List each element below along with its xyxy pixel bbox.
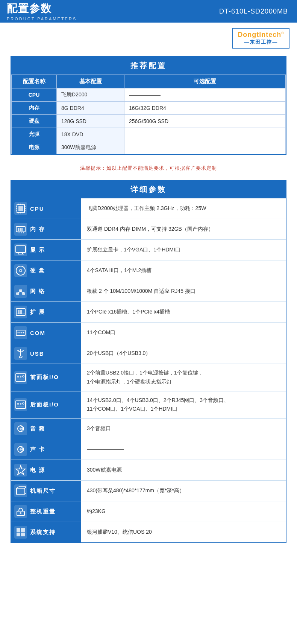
detail-label-text: 前面板I/O	[30, 374, 59, 381]
svg-line-33	[21, 292, 24, 292]
config-optional: ——————	[124, 128, 286, 141]
detail-icon	[14, 326, 27, 339]
detail-table: CPU 飞腾D2000处理器，工作主频 2.3GHz，功耗：25W 内 存 双通…	[11, 198, 286, 542]
detail-table-row: COM 11个COM口	[11, 323, 286, 343]
detail-label: 声 卡	[11, 439, 81, 460]
recommended-section-title: 推荐配置	[11, 57, 286, 75]
svg-rect-16	[20, 228, 21, 231]
svg-rect-31	[22, 292, 25, 295]
detail-label-text: 整机重量	[30, 508, 56, 515]
svg-point-40	[20, 332, 21, 333]
config-optional: ——————	[124, 88, 286, 102]
header-model: DT-610L-SD2000MB	[90, 0, 297, 23]
svg-rect-75	[21, 528, 25, 532]
config-basic: 300W航嘉电源	[57, 141, 124, 154]
detail-table-row: 电 源 300W航嘉电源	[11, 460, 286, 481]
detail-table-row: 音 频 3个音频口	[11, 419, 286, 439]
col-basic: 基本配置	[57, 75, 124, 88]
detail-icon	[14, 422, 27, 435]
detail-icon	[14, 223, 27, 236]
detail-label: 内 存	[11, 219, 81, 240]
page-header: 配置参数 PRODUCT PARAMETERS DT-610L-SD2000MB	[0, 0, 297, 23]
svg-marker-63	[16, 466, 25, 475]
detail-label-text: 音 频	[30, 425, 45, 432]
detail-label-text: USB	[30, 350, 44, 357]
config-name: 内存	[12, 102, 57, 115]
config-basic: 8G DDR4	[57, 102, 124, 115]
detail-value: 约23KG	[81, 501, 286, 522]
detail-label: 硬 盘	[11, 260, 81, 281]
detail-table-row: 前面板I/O 2个前置USB2.0接口，1个电源按键，1个复位键，1个电源指示灯…	[11, 364, 286, 391]
col-name: 配置名称	[12, 75, 57, 88]
svg-point-47	[17, 350, 19, 352]
detail-value: 20个USB口（4个USB3.0）	[81, 343, 286, 364]
detail-icon	[14, 443, 27, 456]
detail-table-row: 内 存 双通道 DDR4 内存 DIMM，可支持 32GB（国产内存）	[11, 219, 286, 240]
detail-value: 11个COM口	[81, 323, 286, 343]
detail-value: 2个前置USB2.0接口，1个电源按键，1个复位键，1个电源指示灯，1个硬盘状态…	[81, 364, 286, 391]
detail-table-row: 机箱尺寸 430(带耳朵480)*480*177mm（宽*深*高）	[11, 481, 286, 501]
detail-label: 后面板I/O	[11, 391, 81, 419]
detail-label: 显 示	[11, 240, 81, 260]
detail-icon	[14, 306, 27, 318]
svg-rect-17	[21, 228, 23, 231]
detail-label: 机箱尺寸	[11, 481, 81, 501]
config-basic: 飞腾D2000	[57, 88, 124, 102]
detail-label-text: 硬 盘	[30, 267, 45, 274]
detail-icon	[14, 484, 27, 497]
config-table: 配置名称 基本配置 可选配置 CPU 飞腾D2000 —————— 内存 8G …	[11, 75, 286, 154]
detail-label-text: 内 存	[30, 226, 45, 233]
detail-label: 音 频	[11, 419, 81, 439]
svg-point-41	[21, 332, 23, 333]
svg-rect-74	[17, 528, 20, 532]
svg-rect-36	[20, 310, 22, 314]
detail-value: 扩展独立显卡，1个VGA口、1个HDMI口	[81, 240, 286, 260]
svg-rect-76	[17, 533, 20, 536]
detail-label: 系统支持	[11, 522, 81, 543]
svg-rect-64	[17, 488, 25, 494]
svg-rect-1	[18, 206, 23, 211]
detail-table-row: 网 络 板载 2 个 10M/100M/1000M 自适应 RJ45 接口	[11, 281, 286, 302]
detail-value: 14个USB2.0口、4个USB3.0口、2个RJ45网口、3个音频口、11个C…	[81, 391, 286, 419]
svg-point-48	[19, 356, 22, 358]
svg-rect-51	[20, 376, 21, 378]
detail-label: CPU	[11, 198, 81, 219]
svg-rect-22	[16, 246, 26, 253]
detail-value: 3个音频口	[81, 419, 286, 439]
detail-icon	[14, 202, 27, 215]
detail-value: 银河麒麟V10、统信UOS 20	[81, 522, 286, 543]
config-table-row: 电源 300W航嘉电源 ——————	[12, 141, 286, 154]
config-name: 电源	[12, 141, 57, 154]
recommended-section: 推荐配置 配置名称 基本配置 可选配置 CPU 飞腾D2000 —————— 内…	[11, 56, 286, 155]
svg-point-60	[20, 428, 22, 430]
detail-table-row: USB 20个USB口（4个USB3.0）	[11, 343, 286, 364]
detail-label-text: 后面板I/O	[30, 401, 59, 408]
config-table-header-row: 配置名称 基本配置 可选配置	[12, 75, 286, 88]
detail-table-row: 系统支持 银河麒麟V10、统信UOS 20	[11, 522, 286, 543]
detail-label: 网 络	[11, 281, 81, 302]
detail-icon	[14, 264, 27, 277]
detail-value: 双通道 DDR4 内存 DIMM，可支持 32GB（国产内存）	[81, 219, 286, 240]
detail-icon	[14, 398, 27, 411]
detail-table-row: 整机重量 约23KG	[11, 501, 286, 522]
config-basic: 128G SSD	[57, 115, 124, 128]
config-optional: ——————	[124, 141, 286, 154]
detail-table-row: 后面板I/O 14个USB2.0口、4个USB3.0口、2个RJ45网口、3个音…	[11, 391, 286, 419]
detail-table-row: 扩 展 1个PCIe x16插槽、1个PCIe x4插槽	[11, 302, 286, 323]
detail-value: ———————	[81, 439, 286, 460]
detail-table-row: CPU 飞腾D2000处理器，工作主频 2.3GHz，功耗：25W	[11, 198, 286, 219]
detail-label-text: 机箱尺寸	[30, 487, 56, 495]
config-optional: 256G/500G SSD	[124, 115, 286, 128]
detail-label: COM	[11, 323, 81, 343]
detail-label-text: 声 卡	[30, 446, 45, 453]
svg-rect-35	[18, 310, 20, 314]
detail-icon	[14, 244, 27, 256]
svg-point-28	[20, 270, 21, 271]
header-title-sub: PRODUCT PARAMETERS	[7, 17, 83, 21]
config-basic: 18X DVD	[57, 128, 124, 141]
logo-reg: ®	[281, 31, 284, 35]
detail-label-text: COM	[30, 330, 45, 336]
detail-value: 4个SATA III口，1个M.2插槽	[81, 260, 286, 281]
config-table-row: 内存 8G DDR4 16G/32G DDR4	[12, 102, 286, 115]
svg-point-42	[23, 332, 24, 333]
